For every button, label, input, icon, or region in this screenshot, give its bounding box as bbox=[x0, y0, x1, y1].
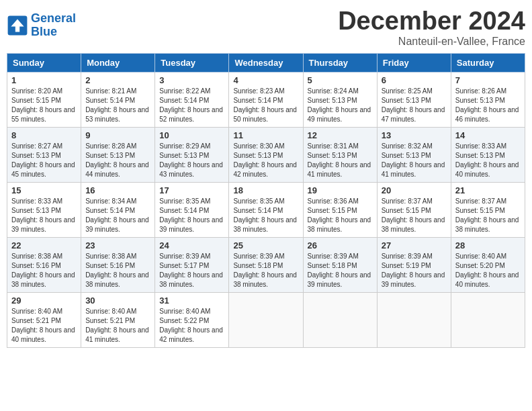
calendar-cell bbox=[451, 293, 525, 348]
calendar-cell: 19 Sunrise: 8:36 AMSunset: 5:15 PMDaylig… bbox=[303, 183, 377, 238]
calendar-cell: 21 Sunrise: 8:37 AMSunset: 5:15 PMDaylig… bbox=[451, 183, 525, 238]
day-number: 13 bbox=[382, 130, 447, 140]
day-info: Sunrise: 8:23 AMSunset: 5:14 PMDaylight:… bbox=[233, 87, 298, 124]
calendar-cell: 26 Sunrise: 8:39 AMSunset: 5:18 PMDaylig… bbox=[303, 238, 377, 293]
day-info: Sunrise: 8:33 AMSunset: 5:13 PMDaylight:… bbox=[455, 142, 521, 179]
week-row-3: 15 Sunrise: 8:33 AMSunset: 5:13 PMDaylig… bbox=[7, 183, 525, 238]
title-area: December 2024 Nanteuil-en-Vallee, France bbox=[338, 7, 525, 48]
weekday-header-monday: Monday bbox=[81, 54, 155, 73]
week-row-4: 22 Sunrise: 8:38 AMSunset: 5:16 PMDaylig… bbox=[7, 238, 525, 293]
calendar-cell: 16 Sunrise: 8:34 AMSunset: 5:14 PMDaylig… bbox=[81, 183, 155, 238]
week-row-1: 1 Sunrise: 8:20 AMSunset: 5:15 PMDayligh… bbox=[7, 73, 525, 128]
day-info: Sunrise: 8:39 AMSunset: 5:18 PMDaylight:… bbox=[233, 252, 298, 289]
calendar-cell: 3 Sunrise: 8:22 AMSunset: 5:14 PMDayligh… bbox=[155, 73, 229, 128]
day-number: 10 bbox=[159, 130, 224, 140]
week-row-5: 29 Sunrise: 8:40 AMSunset: 5:21 PMDaylig… bbox=[7, 293, 525, 348]
day-info: Sunrise: 8:28 AMSunset: 5:13 PMDaylight:… bbox=[85, 142, 150, 179]
day-info: Sunrise: 8:22 AMSunset: 5:14 PMDaylight:… bbox=[159, 87, 224, 124]
calendar-cell: 2 Sunrise: 8:21 AMSunset: 5:14 PMDayligh… bbox=[81, 73, 155, 128]
calendar-header: General Blue December 2024 Nanteuil-en-V… bbox=[7, 7, 525, 48]
day-info: Sunrise: 8:27 AMSunset: 5:13 PMDaylight:… bbox=[11, 142, 77, 179]
day-number: 21 bbox=[455, 185, 521, 195]
day-info: Sunrise: 8:39 AMSunset: 5:19 PMDaylight:… bbox=[382, 252, 447, 289]
day-number: 29 bbox=[11, 295, 77, 306]
calendar-cell: 13 Sunrise: 8:32 AMSunset: 5:13 PMDaylig… bbox=[377, 128, 451, 183]
calendar-cell: 20 Sunrise: 8:37 AMSunset: 5:15 PMDaylig… bbox=[377, 183, 451, 238]
calendar-cell: 22 Sunrise: 8:38 AMSunset: 5:16 PMDaylig… bbox=[7, 238, 81, 293]
day-number: 27 bbox=[382, 240, 447, 250]
calendar-cell: 11 Sunrise: 8:30 AMSunset: 5:13 PMDaylig… bbox=[229, 128, 303, 183]
day-number: 30 bbox=[85, 295, 150, 306]
calendar-table: SundayMondayTuesdayWednesdayThursdayFrid… bbox=[7, 53, 525, 348]
weekday-header-sunday: Sunday bbox=[7, 54, 81, 73]
calendar-cell bbox=[377, 293, 451, 348]
day-info: Sunrise: 8:40 AMSunset: 5:20 PMDaylight:… bbox=[455, 252, 521, 289]
day-number: 5 bbox=[308, 75, 373, 85]
day-info: Sunrise: 8:35 AMSunset: 5:14 PMDaylight:… bbox=[159, 197, 224, 234]
day-info: Sunrise: 8:38 AMSunset: 5:16 PMDaylight:… bbox=[11, 252, 77, 289]
day-number: 7 bbox=[455, 75, 521, 85]
logo-line1: General bbox=[31, 11, 76, 25]
calendar-cell: 10 Sunrise: 8:29 AMSunset: 5:13 PMDaylig… bbox=[155, 128, 229, 183]
weekday-header-row: SundayMondayTuesdayWednesdayThursdayFrid… bbox=[7, 54, 525, 73]
day-info: Sunrise: 8:34 AMSunset: 5:14 PMDaylight:… bbox=[85, 197, 150, 234]
calendar-cell: 15 Sunrise: 8:33 AMSunset: 5:13 PMDaylig… bbox=[7, 183, 81, 238]
day-number: 2 bbox=[85, 75, 150, 85]
weekday-header-wednesday: Wednesday bbox=[229, 54, 303, 73]
logo-icon bbox=[7, 15, 28, 36]
day-number: 31 bbox=[159, 295, 224, 306]
day-info: Sunrise: 8:26 AMSunset: 5:13 PMDaylight:… bbox=[455, 87, 521, 124]
day-number: 8 bbox=[11, 130, 77, 140]
day-info: Sunrise: 8:40 AMSunset: 5:21 PMDaylight:… bbox=[11, 307, 77, 345]
day-number: 23 bbox=[85, 240, 150, 250]
day-number: 18 bbox=[233, 185, 298, 195]
day-info: Sunrise: 8:37 AMSunset: 5:15 PMDaylight:… bbox=[382, 197, 447, 234]
day-number: 19 bbox=[308, 185, 373, 195]
day-number: 17 bbox=[159, 185, 224, 195]
day-number: 11 bbox=[233, 130, 298, 140]
calendar-cell: 8 Sunrise: 8:27 AMSunset: 5:13 PMDayligh… bbox=[7, 128, 81, 183]
calendar-cell: 31 Sunrise: 8:40 AMSunset: 5:22 PMDaylig… bbox=[155, 293, 229, 348]
day-info: Sunrise: 8:25 AMSunset: 5:13 PMDaylight:… bbox=[382, 87, 447, 124]
day-info: Sunrise: 8:29 AMSunset: 5:13 PMDaylight:… bbox=[159, 142, 224, 179]
day-info: Sunrise: 8:39 AMSunset: 5:18 PMDaylight:… bbox=[308, 252, 373, 289]
calendar-cell bbox=[303, 293, 377, 348]
day-number: 3 bbox=[159, 75, 224, 85]
day-number: 20 bbox=[382, 185, 447, 195]
day-number: 24 bbox=[159, 240, 224, 250]
day-info: Sunrise: 8:40 AMSunset: 5:21 PMDaylight:… bbox=[85, 307, 150, 345]
day-number: 26 bbox=[308, 240, 373, 250]
calendar-cell: 30 Sunrise: 8:40 AMSunset: 5:21 PMDaylig… bbox=[81, 293, 155, 348]
day-info: Sunrise: 8:40 AMSunset: 5:22 PMDaylight:… bbox=[159, 307, 224, 345]
day-number: 6 bbox=[382, 75, 447, 85]
calendar-cell: 9 Sunrise: 8:28 AMSunset: 5:13 PMDayligh… bbox=[81, 128, 155, 183]
day-info: Sunrise: 8:39 AMSunset: 5:17 PMDaylight:… bbox=[159, 252, 224, 289]
day-info: Sunrise: 8:21 AMSunset: 5:14 PMDaylight:… bbox=[85, 87, 150, 124]
calendar-cell: 4 Sunrise: 8:23 AMSunset: 5:14 PMDayligh… bbox=[229, 73, 303, 128]
day-number: 1 bbox=[11, 75, 77, 85]
day-info: Sunrise: 8:37 AMSunset: 5:15 PMDaylight:… bbox=[455, 197, 521, 234]
calendar-cell: 28 Sunrise: 8:40 AMSunset: 5:20 PMDaylig… bbox=[451, 238, 525, 293]
calendar-cell: 24 Sunrise: 8:39 AMSunset: 5:17 PMDaylig… bbox=[155, 238, 229, 293]
day-number: 15 bbox=[11, 185, 77, 195]
day-info: Sunrise: 8:24 AMSunset: 5:13 PMDaylight:… bbox=[308, 87, 373, 124]
weekday-header-saturday: Saturday bbox=[451, 54, 525, 73]
calendar-cell: 7 Sunrise: 8:26 AMSunset: 5:13 PMDayligh… bbox=[451, 73, 525, 128]
calendar-cell: 5 Sunrise: 8:24 AMSunset: 5:13 PMDayligh… bbox=[303, 73, 377, 128]
calendar-cell: 23 Sunrise: 8:38 AMSunset: 5:16 PMDaylig… bbox=[81, 238, 155, 293]
weekday-header-friday: Friday bbox=[377, 54, 451, 73]
logo: General Blue bbox=[7, 12, 76, 39]
calendar-cell: 18 Sunrise: 8:35 AMSunset: 5:14 PMDaylig… bbox=[229, 183, 303, 238]
day-number: 28 bbox=[455, 240, 521, 250]
calendar-cell: 27 Sunrise: 8:39 AMSunset: 5:19 PMDaylig… bbox=[377, 238, 451, 293]
location-title: Nanteuil-en-Vallee, France bbox=[338, 36, 525, 48]
day-number: 22 bbox=[11, 240, 77, 250]
calendar-cell: 25 Sunrise: 8:39 AMSunset: 5:18 PMDaylig… bbox=[229, 238, 303, 293]
day-info: Sunrise: 8:33 AMSunset: 5:13 PMDaylight:… bbox=[11, 197, 77, 234]
day-info: Sunrise: 8:31 AMSunset: 5:13 PMDaylight:… bbox=[308, 142, 373, 179]
logo-text: General Blue bbox=[31, 12, 76, 39]
day-info: Sunrise: 8:32 AMSunset: 5:13 PMDaylight:… bbox=[382, 142, 447, 179]
day-info: Sunrise: 8:35 AMSunset: 5:14 PMDaylight:… bbox=[233, 197, 298, 234]
calendar-cell: 6 Sunrise: 8:25 AMSunset: 5:13 PMDayligh… bbox=[377, 73, 451, 128]
weekday-header-thursday: Thursday bbox=[303, 54, 377, 73]
